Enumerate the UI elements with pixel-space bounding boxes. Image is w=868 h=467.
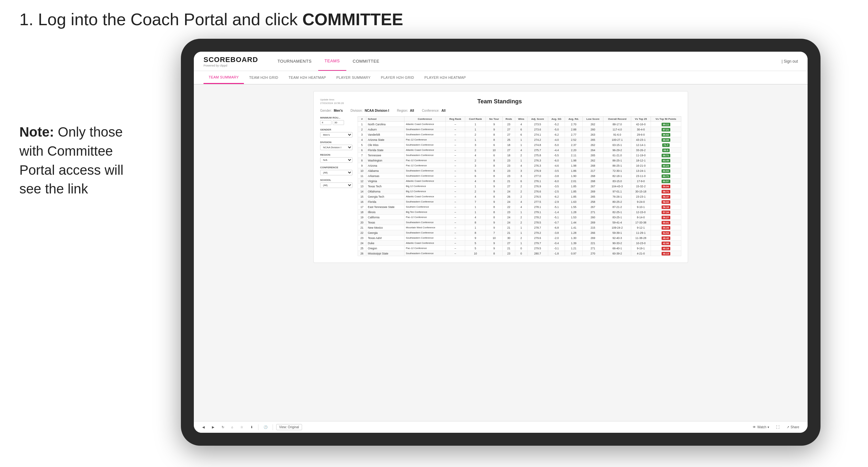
table-row[interactable]: 20 Texas Southeastern Conference – 8 9 2… (358, 220, 681, 225)
table-row[interactable]: 24 Duke Atlantic Coast Conference – 5 9 … (358, 241, 681, 246)
cell-conference: Mountain West Conference (404, 225, 445, 230)
table-row[interactable]: 18 Illinois Big Ten Conference – 1 8 23 … (358, 210, 681, 215)
cell-overall-record: 96-29-2 (603, 148, 631, 153)
table-row[interactable]: 12 Virginia Atlantic Coast Conference – … (358, 179, 681, 184)
cell-avg-rd: 1.85 (565, 189, 583, 194)
toolbar-clock-btn[interactable]: 🕐 (262, 424, 270, 430)
cell-rank: 3 (358, 132, 366, 137)
toolbar-back-btn[interactable]: ◀ (200, 424, 207, 430)
toolbar-download-btn[interactable]: ⬇ (248, 424, 255, 430)
toolbar-bookmark-btn[interactable]: ☆ (239, 424, 245, 430)
sub-nav-player-h2h-heatmap[interactable]: PLAYER H2H HEATMAP (419, 71, 471, 84)
watch-btn[interactable]: 👁 Watch ▾ (751, 424, 771, 430)
nav-teams[interactable]: TEAMS (318, 52, 346, 71)
table-row[interactable]: 3 Vanderbilt Southeastern Conference – 2… (358, 132, 681, 137)
cell-reg-rank: – (445, 215, 465, 220)
filter-gender: Gender: Men's (320, 109, 343, 113)
table-row[interactable]: 23 Texas A&M Southeastern Conference – 9… (358, 236, 681, 241)
cell-adj-score: 274.1 (527, 132, 548, 137)
view-original-btn[interactable]: View: Original (276, 424, 302, 430)
gender-filter-select[interactable]: Men's (320, 132, 352, 137)
cell-avg-sg: -5.5 (548, 153, 565, 158)
table-row[interactable]: 8 Washington Pac-12 Conference – 2 8 23 … (358, 158, 681, 163)
table-row[interactable]: 9 Arizona Pac-12 Conference – 3 8 23 4 2… (358, 163, 681, 168)
cell-wins: 1 (515, 137, 528, 143)
cell-wins: 4 (515, 148, 528, 153)
nav-tournaments[interactable]: TOURNAMENTS (271, 52, 318, 71)
sub-nav-team-h2h-grid[interactable]: TEAM H2H GRID (244, 71, 283, 84)
table-row[interactable]: 11 Arkansas Southeastern Conference – 6 … (358, 174, 681, 179)
toolbar-refresh-btn[interactable]: ↻ (220, 424, 226, 430)
table-row[interactable]: 10 Alabama Southeastern Conference – 5 8… (358, 168, 681, 174)
table-row[interactable]: 7 Tennessee Southeastern Conference – 4 … (358, 153, 681, 158)
cell-adj-score: 279.2 (527, 230, 548, 236)
conference-filter-select[interactable]: (All) (320, 170, 352, 175)
cell-rnds: 21 (503, 225, 515, 230)
table-row[interactable]: 19 California Pac-12 Conference – 4 8 24… (358, 215, 681, 220)
cell-avg-sg: -0.7 (548, 220, 565, 225)
toolbar-forward-btn[interactable]: ▶ (210, 424, 216, 430)
cell-vs-top-50: 42.98 (651, 241, 681, 246)
cell-overall-record: 109-24-2 (603, 225, 631, 230)
nav-committee[interactable]: COMMITTEE (346, 52, 386, 71)
school-filter-label: School (320, 179, 352, 182)
standings-panel: Update time: 27/03/2024 16:56:26 Team St… (313, 91, 688, 263)
cell-rank: 9 (358, 163, 366, 168)
cell-rank: 17 (358, 205, 366, 210)
cell-vs-top-25: 9-12-1 (631, 225, 651, 230)
cell-overall-record: 59-41-4 (603, 220, 631, 225)
crop-btn[interactable]: ⛶ (774, 424, 781, 430)
panel-title: Team Standings (477, 98, 522, 105)
table-row[interactable]: 5 Ole Miss Southeastern Conference – 3 6… (358, 143, 681, 148)
table-row[interactable]: 16 Florida Southeastern Conference – 7 9… (358, 199, 681, 205)
cell-vs-top-25: 4-21-0 (631, 251, 651, 256)
cell-school: Texas Tech (366, 184, 404, 189)
cell-no-tour: 8 (486, 194, 503, 199)
region-filter-select[interactable]: N/A (320, 157, 352, 163)
sub-nav-team-summary[interactable]: TEAM SUMMARY (204, 71, 244, 84)
cell-avg-sg: -0.4 (548, 241, 565, 246)
cell-vs-top-50: 54.54 (651, 230, 681, 236)
table-row[interactable]: 2 Auburn Southeastern Conference – 1 9 2… (358, 127, 681, 132)
share-btn[interactable]: ↗ Share (785, 424, 801, 430)
sign-out[interactable]: | Sign out (782, 59, 798, 64)
cell-rnds: 23 (503, 122, 515, 127)
table-row[interactable]: 25 Oregon Pac-12 Conference – 5 9 21 0 2… (358, 246, 681, 251)
table-row[interactable]: 13 Texas Tech Big 12 Conference – 1 9 27… (358, 184, 681, 189)
cell-reg-rank: – (445, 122, 465, 127)
sub-nav-player-h2h-grid[interactable]: PLAYER H2H GRID (376, 71, 419, 84)
cell-no-tour: 8 (486, 137, 503, 143)
cell-rnds: 30 (503, 236, 515, 241)
cell-vs-top-50: 59.94 (651, 184, 681, 189)
table-row[interactable]: 14 Oklahoma Big 12 Conference – 2 9 24 2… (358, 189, 681, 194)
cell-school: California (366, 215, 404, 220)
cell-avg-sg: -5.0 (548, 127, 565, 132)
table-row[interactable]: 1 North Carolina Atlantic Coast Conferen… (358, 122, 681, 127)
cell-conference: Southeastern Conference (404, 127, 445, 132)
table-row[interactable]: 26 Mississippi State Southeastern Confer… (358, 251, 681, 256)
table-row[interactable]: 15 Georgia Tech Atlantic Coast Conferenc… (358, 194, 681, 199)
min-rounds-input-1[interactable] (320, 120, 332, 125)
cell-vs-top-25: 12-14-1 (631, 143, 651, 148)
min-rounds-input-2[interactable] (333, 120, 344, 125)
cell-school: Duke (366, 241, 404, 246)
table-row[interactable]: 6 Florida State Atlantic Coast Conferenc… (358, 148, 681, 153)
cell-avg-rd: 1.39 (565, 241, 583, 246)
cell-reg-rank: – (445, 179, 465, 184)
cell-rnds: 24 (503, 199, 515, 205)
cell-wins: 4 (515, 163, 528, 168)
toolbar-home-btn[interactable]: ⌂ (229, 424, 235, 430)
table-row[interactable]: 17 East Tennessee State Southern Confere… (358, 205, 681, 210)
cell-conf-rank: 10 (465, 251, 486, 256)
division-filter-select[interactable]: NCAA Division I (320, 145, 352, 150)
cell-wins: 2 (515, 189, 528, 194)
school-filter-select[interactable]: (All) (320, 183, 352, 188)
table-row[interactable]: 4 Arizona State Pac-12 Conference – 1 8 … (358, 137, 681, 143)
note-text: Note: Only those with Committee Portal a… (20, 123, 149, 198)
cell-vs-top-50: 58.71 (651, 189, 681, 194)
table-row[interactable]: 21 New Mexico Mountain West Conference –… (358, 225, 681, 230)
sub-nav-player-summary[interactable]: PLAYER SUMMARY (331, 71, 376, 84)
cell-no-tour: 8 (486, 215, 503, 220)
table-row[interactable]: 22 Georgia Southeastern Conference – 8 7… (358, 230, 681, 236)
sub-nav-team-h2h-heatmap[interactable]: TEAM H2H HEATMAP (283, 71, 331, 84)
